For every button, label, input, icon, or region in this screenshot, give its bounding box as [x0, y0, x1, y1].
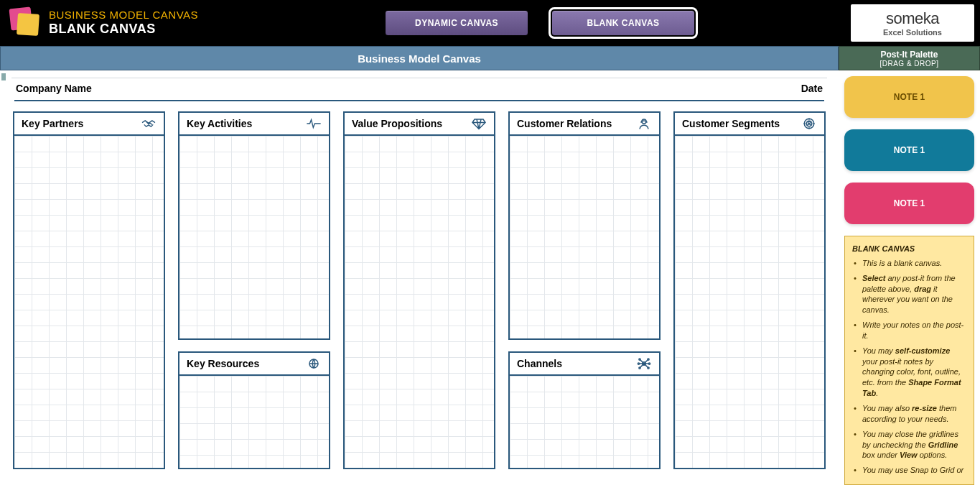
ruler-mark-icon	[1, 73, 6, 80]
card-key-activities[interactable]: Key Activities	[178, 111, 330, 340]
main-area: Company Name Date Key Partners Ke	[0, 70, 980, 503]
palette-sidebar: NOTE 1 NOTE 1 NOTE 1 BLANK CANVAS This i…	[839, 70, 980, 503]
card-body[interactable]	[345, 136, 494, 468]
help-title: BLANK CANVAS	[852, 244, 966, 254]
someka-logo: someka Excel Solutions	[851, 4, 974, 42]
target-users-icon	[801, 117, 817, 130]
help-box: BLANK CANVAS This is a blank canvas. Sel…	[844, 236, 974, 485]
card-title-activities: Key Activities	[187, 118, 252, 129]
card-body[interactable]	[179, 136, 329, 338]
card-title-partners: Key Partners	[22, 118, 83, 129]
card-key-resources[interactable]: Key Resources	[178, 351, 330, 469]
card-customer-segments[interactable]: Customer Segments	[673, 111, 826, 469]
note-teal[interactable]: NOTE 1	[844, 129, 974, 171]
card-title-relations: Customer Relations	[517, 118, 612, 129]
card-body[interactable]	[510, 136, 659, 338]
card-title-segments: Customer Segments	[682, 118, 780, 129]
top-bar: BUSINESS MODEL CANVAS BLANK CANVAS DYNAM…	[0, 0, 980, 46]
diamond-icon	[471, 117, 487, 130]
header-labels: Company Name Date	[11, 78, 827, 100]
card-customer-relations[interactable]: Customer Relations	[508, 111, 661, 340]
card-body[interactable]	[14, 136, 164, 468]
company-name-label: Company Name	[16, 83, 92, 94]
note-pink[interactable]: NOTE 1	[844, 183, 974, 224]
logo-brand: someka	[886, 9, 939, 28]
help-item: You may close the gridlines by uncheckin…	[854, 429, 966, 461]
canvas-columns: Key Partners Key Activities	[11, 111, 827, 469]
palette-header: Post-It Palette [DRAG & DROP]	[839, 46, 980, 70]
support-icon	[636, 117, 652, 130]
note-yellow[interactable]: NOTE 1	[844, 76, 974, 118]
col-segments: Customer Segments	[673, 111, 826, 469]
help-item: You may self-customize your post-it note…	[854, 346, 966, 399]
card-channels[interactable]: Channels	[508, 351, 661, 469]
canvas-area[interactable]: Company Name Date Key Partners Ke	[0, 70, 839, 503]
handshake-icon	[141, 117, 157, 130]
tab-blank-canvas[interactable]: BLANK CANVAS	[551, 10, 695, 36]
card-key-partners[interactable]: Key Partners	[13, 111, 165, 469]
col-partners: Key Partners	[13, 111, 165, 469]
col-value: Value Propositions	[343, 111, 495, 469]
logo-subtitle: Excel Solutions	[883, 28, 942, 37]
card-value-propositions[interactable]: Value Propositions	[343, 111, 495, 469]
date-label: Date	[801, 83, 823, 94]
svg-point-11	[808, 121, 811, 124]
col-activities-resources: Key Activities Key Resources	[178, 111, 330, 469]
help-item: You may also re-size them according to y…	[854, 403, 966, 425]
card-title-value: Value Propositions	[352, 118, 442, 129]
app-small-title: BUSINESS MODEL CANVAS	[49, 9, 198, 22]
pulse-icon	[306, 117, 322, 130]
postit-logo-icon	[10, 8, 40, 38]
palette-subtitle: [DRAG & DROP]	[839, 60, 979, 68]
help-item: This is a blank canvas.	[854, 258, 966, 269]
card-body[interactable]	[675, 136, 824, 468]
help-item: Select any post-it from the palette abov…	[854, 273, 966, 315]
card-title-channels: Channels	[517, 358, 562, 369]
tab-dynamic-canvas[interactable]: DYNAMIC CANVAS	[385, 10, 528, 36]
help-item: Write your notes on the post-it.	[854, 320, 966, 341]
globe-icon	[306, 357, 322, 370]
title-row: Business Model Canvas Post-It Palette [D…	[0, 46, 980, 70]
app-big-title: BLANK CANVAS	[49, 22, 198, 37]
help-item: You may use Snap to Grid or	[854, 465, 966, 476]
canvas-title-bar: Business Model Canvas	[0, 46, 839, 70]
header-separator	[14, 100, 824, 101]
app-titles: BUSINESS MODEL CANVAS BLANK CANVAS	[49, 9, 198, 37]
network-icon	[636, 357, 652, 370]
canvas-tabs: DYNAMIC CANVAS BLANK CANVAS	[385, 10, 695, 36]
card-body[interactable]	[510, 376, 659, 468]
col-relations-channels: Customer Relations Channels	[508, 111, 661, 469]
card-body[interactable]	[179, 376, 329, 468]
palette-title: Post-It Palette	[839, 50, 979, 60]
card-title-resources: Key Resources	[187, 358, 259, 369]
